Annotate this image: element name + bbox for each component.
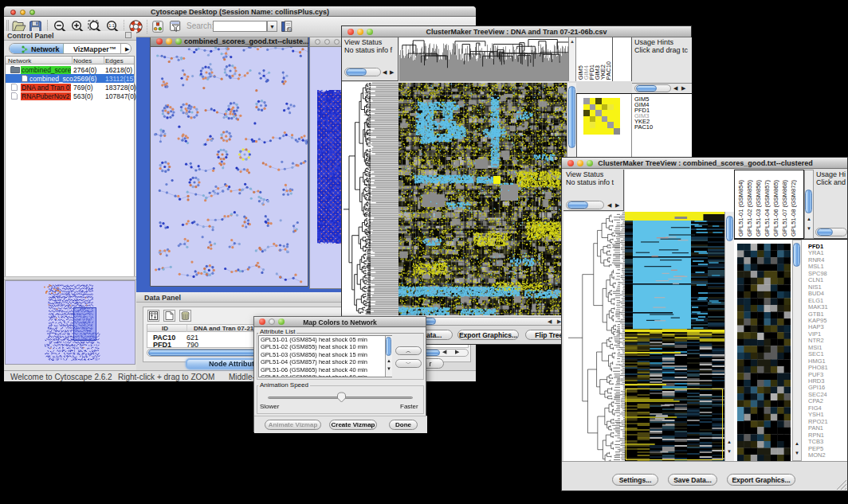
svg-text:1:1: 1:1 (108, 23, 115, 28)
svg-text:↻: ↻ (288, 27, 291, 32)
